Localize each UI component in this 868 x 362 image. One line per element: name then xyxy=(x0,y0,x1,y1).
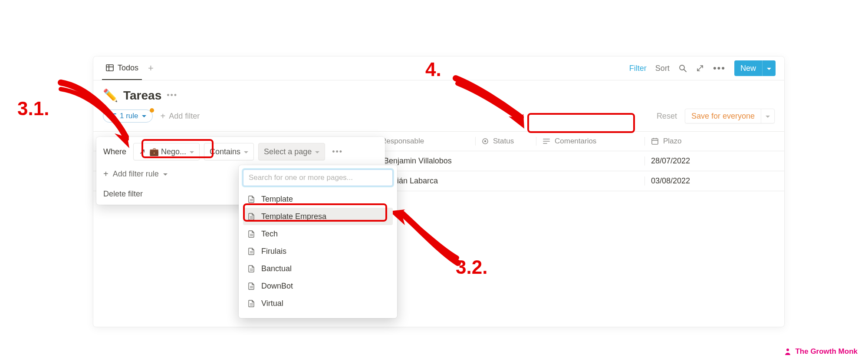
condition-chip-label: Contains xyxy=(210,147,240,156)
column-status-label: Status xyxy=(493,137,514,146)
add-filter-button[interactable]: + Add filter xyxy=(161,111,200,121)
plazo-value: 03/08/2022 xyxy=(651,176,690,186)
watermark: The Growth Monk xyxy=(784,347,858,356)
property-chip-label: 💼 Nego... xyxy=(149,147,186,156)
annotation-3-1: 3.1. xyxy=(17,98,49,120)
page-emoji[interactable]: ✏️ xyxy=(103,88,118,103)
watermark-label: The Growth Monk xyxy=(795,347,858,356)
page-title-row: ✏️ Tareas ••• xyxy=(93,80,784,106)
property-chip[interactable]: 💼 Nego... xyxy=(133,143,200,160)
date-icon xyxy=(651,137,659,145)
column-comentarios[interactable]: Comentarios xyxy=(536,137,644,146)
page-icon xyxy=(247,265,255,272)
page-title[interactable]: Tareas xyxy=(123,89,161,103)
value-chip-label: Select a page xyxy=(264,147,312,156)
chevron-down-icon xyxy=(315,147,319,156)
page-icon xyxy=(247,247,255,255)
page-option-label: Banctual xyxy=(261,264,292,273)
filter-button[interactable]: Filter xyxy=(629,64,647,73)
plazo-value: 28/07/2022 xyxy=(651,156,690,166)
value-chip[interactable]: Select a page xyxy=(258,143,325,160)
status-icon xyxy=(482,138,489,145)
arrow-relation-icon xyxy=(139,148,146,155)
annotation-3-2: 3.2. xyxy=(456,256,487,278)
expand-icon[interactable] xyxy=(696,64,704,73)
column-comentarios-label: Comentarios xyxy=(555,137,596,146)
table-view-icon xyxy=(105,63,114,72)
page-option[interactable]: Banctual xyxy=(243,260,393,277)
page-option[interactable]: Template Empresa xyxy=(243,208,393,225)
page-option-label: Virtual xyxy=(261,299,283,308)
svg-rect-14 xyxy=(652,139,658,144)
more-icon[interactable]: ••• xyxy=(713,63,726,74)
sort-button[interactable]: Sort xyxy=(655,64,670,73)
page-option-label: Firulais xyxy=(261,247,286,256)
condition-chip[interactable]: Contains xyxy=(204,143,254,160)
svg-point-3 xyxy=(680,65,684,70)
chevron-down-icon xyxy=(142,112,146,120)
filter-bar: 1 rule + Add filter Reset Save for every… xyxy=(93,106,784,131)
new-button-chevron[interactable] xyxy=(762,60,776,76)
column-responsable-label: Responsable xyxy=(381,137,424,146)
page-option-label: Template Empresa xyxy=(261,212,326,221)
rule-pill[interactable]: 1 rule xyxy=(103,110,153,123)
column-plazo-label: Plazo xyxy=(663,137,682,146)
page-search-input[interactable] xyxy=(243,169,393,186)
save-for-everyone-label: Save for everyone xyxy=(685,112,761,121)
filter-rule-icon xyxy=(109,113,116,119)
page-option[interactable]: Firulais xyxy=(243,242,393,260)
page-more-icon[interactable]: ••• xyxy=(167,91,178,100)
reset-button[interactable]: Reset xyxy=(657,112,677,121)
svg-rect-0 xyxy=(106,65,113,71)
annotation-4: 4. xyxy=(425,59,441,80)
new-button-label: New xyxy=(734,64,762,73)
add-filter-label: Add filter xyxy=(169,112,200,121)
page-option[interactable]: Tech xyxy=(243,225,393,242)
rule-more-icon[interactable]: ••• xyxy=(329,147,345,156)
unsaved-dot-icon xyxy=(150,108,154,113)
page-icon xyxy=(247,195,255,203)
search-icon[interactable] xyxy=(678,64,687,73)
svg-line-4 xyxy=(684,70,686,72)
chevron-down-icon xyxy=(244,147,248,156)
save-for-everyone-button[interactable]: Save for everyone xyxy=(685,109,775,123)
page-option-label: Template xyxy=(261,195,293,204)
column-plazo[interactable]: Plazo xyxy=(644,137,784,146)
add-view-button[interactable]: + xyxy=(148,63,154,73)
where-label: Where xyxy=(103,147,129,156)
page-option-label: Tech xyxy=(261,229,278,239)
tab-todos[interactable]: Todos xyxy=(102,56,142,80)
page-option[interactable]: DownBot xyxy=(243,277,393,295)
save-for-everyone-chevron[interactable] xyxy=(761,109,774,123)
add-filter-rule-label: Add filter rule xyxy=(113,169,159,179)
column-status[interactable]: Status xyxy=(475,137,536,146)
page-icon xyxy=(247,282,255,290)
page-option[interactable]: Virtual xyxy=(243,295,393,312)
responsable-name: Benjamin Villalobos xyxy=(384,156,452,166)
text-icon xyxy=(542,138,550,145)
svg-point-10 xyxy=(484,140,486,142)
chevron-down-icon xyxy=(190,147,194,156)
watermark-icon xyxy=(784,348,792,355)
new-button[interactable]: New xyxy=(734,60,776,76)
svg-point-32 xyxy=(786,349,789,351)
page-icon xyxy=(247,230,255,238)
page-option-label: DownBot xyxy=(261,282,293,291)
chevron-down-icon xyxy=(163,169,168,179)
page-select-dropdown: Template Template Empresa Tech Firulais … xyxy=(239,165,397,318)
tab-label: Todos xyxy=(118,63,138,73)
page-option[interactable]: Template xyxy=(243,190,393,208)
rule-pill-label: 1 rule xyxy=(120,112,138,120)
page-icon xyxy=(247,299,255,307)
page-icon xyxy=(247,213,255,220)
